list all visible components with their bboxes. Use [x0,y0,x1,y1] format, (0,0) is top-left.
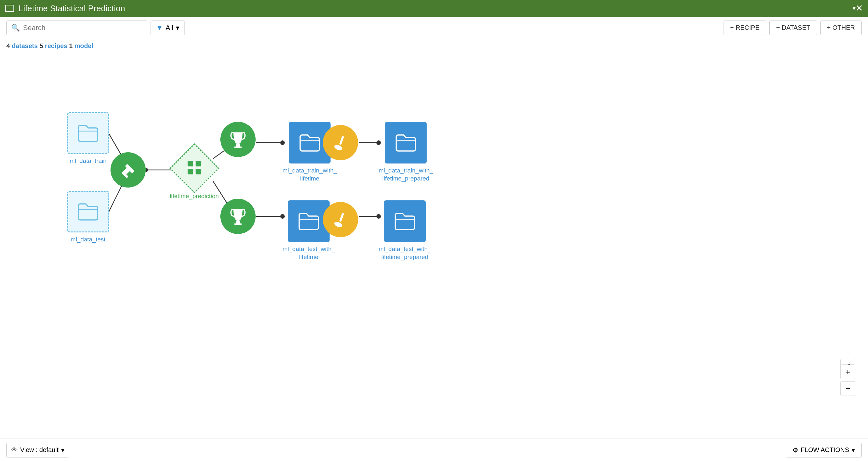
trophy-icon [228,207,248,226]
eye-icon: 👁 [11,446,18,454]
node-ml-data-train[interactable]: ml_data_train [67,112,109,165]
model-count: 1 [69,42,73,49]
search-input[interactable] [23,24,143,32]
svg-rect-24 [195,161,202,167]
zoom-out-button[interactable]: − [840,381,855,396]
folder-icon [77,203,99,221]
svg-point-30 [188,167,190,169]
folder-icon [298,212,320,230]
node-trophy-train[interactable] [220,122,256,157]
window-icon [5,5,14,12]
datasets-count: 4 [6,42,10,49]
flow-actions-arrow: ▾ [852,446,855,454]
node-ml-test-prepared[interactable]: ml_data_test_with_lifetime_prepared [379,200,431,261]
search-box[interactable]: 🔍 [6,21,147,35]
broom-icon [332,211,349,229]
recipe-button[interactable]: + RECIPE [723,21,767,35]
svg-rect-35 [234,224,242,225]
svg-rect-32 [236,144,240,146]
zoom-in-button[interactable]: + [840,365,855,379]
bottom-bar: 👁 View : default ▾ ⚙ FLOW ACTIONS ▾ [0,438,868,461]
app-title: Lifetime Statistical Prediction [19,3,849,13]
view-label: View : default [20,446,59,454]
toolbar-right: + RECIPE + DATASET + OTHER [723,21,862,35]
stats-bar: 4 datasets 5 recipes 1 model [0,39,868,53]
svg-rect-36 [339,136,344,145]
flow-canvas[interactable]: ml_data_train ml_data_test [0,53,868,438]
filter-button[interactable]: ▼ All ▾ [151,21,185,35]
trophy-icon [228,130,248,149]
datasets-link[interactable]: datasets [12,42,38,49]
title-dropdown[interactable]: ▾ [852,5,856,12]
node-ml-test-prepared-label: ml_data_test_with_lifetime_prepared [379,245,431,261]
flow-actions-icon: ⚙ [793,446,798,454]
filter-icon: ▼ [156,24,163,32]
title-bar: Lifetime Statistical Prediction ▾ ✕ [0,0,868,17]
svg-point-37 [334,144,343,151]
svg-rect-33 [234,146,242,148]
folder-icon [395,134,417,152]
node-lifetime-prediction[interactable]: lifetime_prediction [170,147,219,200]
node-ml-data-test-label: ml_data_test [71,236,106,243]
recipes-count: 5 [39,42,43,49]
view-select[interactable]: 👁 View : default ▾ [6,443,69,458]
flow-lines [0,53,868,438]
node-ml-train-prepared-label: ml_data_train_with_lifetime_prepared [379,167,433,182]
node-ml-data-train-label: ml_data_train [69,157,106,165]
svg-point-28 [193,167,195,169]
node-ml-test-with-lifetime-label: ml_data_test_with_lifetime [282,245,335,261]
svg-point-39 [334,221,343,228]
svg-rect-34 [236,221,240,224]
toolbar: 🔍 ▼ All ▾ + RECIPE + DATASET + OTHER [0,17,868,39]
node-prepare-recipe[interactable] [111,152,146,188]
model-link[interactable]: model [74,42,93,49]
dataset-button[interactable]: + DATASET [769,21,817,35]
node-ml-train-with-lifetime-label: ml_data_train_with_lifetime [282,167,337,182]
other-button[interactable]: + OTHER [820,21,862,35]
flow-actions-button[interactable]: ⚙ FLOW ACTIONS ▾ [786,443,862,458]
folder-icon [394,212,416,230]
broom-icon [332,134,349,152]
filter-label: All [165,24,173,32]
folder-icon [77,124,99,142]
hammer-icon [119,160,138,179]
node-prepare-test[interactable] [323,202,358,237]
folder-icon [299,134,321,152]
search-icon: 🔍 [11,24,20,32]
node-lifetime-prediction-label: lifetime_prediction [170,192,219,200]
svg-rect-38 [339,212,344,222]
recipes-link[interactable]: recipes [45,42,67,49]
node-trophy-test[interactable] [220,199,256,234]
node-prepare-train[interactable] [323,125,358,160]
close-button[interactable]: ✕ [856,4,863,13]
svg-rect-25 [187,169,193,175]
view-dropdown-arrow: ▾ [61,446,64,454]
filter-dropdown-arrow: ▾ [176,24,179,32]
node-ml-data-test[interactable]: ml_data_test [67,191,109,243]
node-ml-train-prepared[interactable]: ml_data_train_with_lifetime_prepared [379,122,433,182]
svg-point-31 [198,167,200,169]
flow-actions-label: FLOW ACTIONS [801,446,849,454]
svg-rect-23 [187,161,193,167]
grid-icon [186,159,203,176]
svg-rect-26 [195,169,202,175]
